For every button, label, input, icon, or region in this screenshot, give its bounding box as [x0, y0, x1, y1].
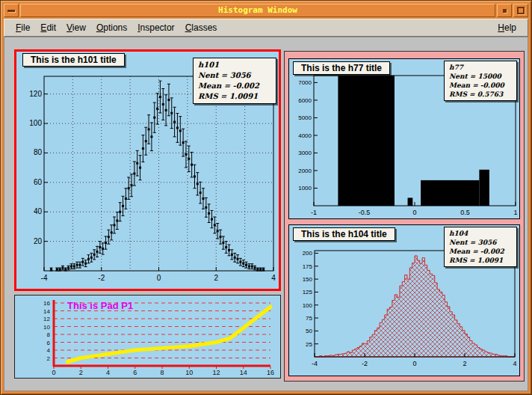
svg-text:7000: 7000 — [298, 79, 312, 86]
h104-stats-entries: Nent = 3056 — [449, 238, 512, 247]
menu-edit[interactable]: Edit — [35, 20, 61, 35]
svg-text:-4: -4 — [312, 360, 318, 367]
h104-stats-name: h104 — [449, 229, 512, 238]
svg-text:100: 100 — [29, 119, 42, 127]
h77-stats-rms: RMS = 0.5763 — [449, 90, 512, 99]
root-canvas[interactable]: -4-202420406080100120 This is the h101 t… — [4, 37, 528, 391]
svg-text:2000: 2000 — [298, 168, 312, 174]
menu-classes[interactable]: Classes — [180, 20, 223, 35]
svg-text:2: 2 — [463, 360, 466, 367]
h101-stats-box[interactable]: h101 Nent = 3056 Mean = -0.002 RMS = 1.0… — [193, 58, 276, 104]
svg-text:-2: -2 — [98, 274, 105, 282]
svg-text:150: 150 — [303, 276, 313, 283]
svg-text:200: 200 — [303, 250, 313, 257]
svg-text:4: 4 — [513, 360, 516, 367]
svg-text:0: 0 — [412, 360, 416, 367]
h77-title-box[interactable]: This is the h77 title — [293, 61, 390, 75]
pad-h77[interactable]: -1-0.500.511000200030004000500060007000 … — [288, 58, 520, 219]
svg-text:6: 6 — [47, 340, 51, 346]
pad-p1[interactable]: 0246810121416246810121416 This is Pad P1 — [14, 295, 281, 379]
svg-text:16: 16 — [267, 369, 274, 376]
window-menu-dash-icon — [7, 10, 15, 12]
svg-text:10: 10 — [43, 324, 50, 331]
window-title: Histogram Window — [20, 4, 495, 17]
svg-text:-4: -4 — [41, 274, 48, 282]
svg-text:4: 4 — [47, 347, 51, 354]
svg-text:3000: 3000 — [298, 150, 312, 156]
maximize-button[interactable] — [513, 4, 528, 17]
svg-text:0: 0 — [52, 369, 55, 376]
svg-text:-2: -2 — [362, 360, 368, 367]
svg-text:60: 60 — [34, 178, 43, 186]
svg-text:14: 14 — [43, 308, 50, 315]
svg-text:175: 175 — [303, 263, 313, 270]
svg-text:12: 12 — [43, 316, 50, 322]
svg-text:4: 4 — [106, 369, 110, 376]
svg-text:50: 50 — [306, 328, 312, 334]
h104-stats-box[interactable]: h104 Nent = 3056 Mean = -0.002 RMS = 1.0… — [444, 227, 517, 267]
svg-text:2: 2 — [79, 369, 83, 376]
h101-stats-rms: RMS = 1.0091 — [198, 91, 271, 102]
window-client-area: File Edit View Options Inspector Classes… — [4, 19, 528, 391]
svg-text:40: 40 — [34, 207, 43, 215]
h101-stats-name: h101 — [198, 60, 271, 70]
svg-text:6000: 6000 — [298, 97, 312, 104]
svg-text:100: 100 — [303, 302, 313, 309]
svg-text:4000: 4000 — [298, 132, 312, 139]
h101-stats-entries: Nent = 3056 — [198, 70, 271, 81]
svg-text:0: 0 — [157, 274, 161, 282]
h104-stats-mean: Mean = -0.002 — [449, 247, 512, 256]
h104-stats-rms: RMS = 1.0091 — [449, 256, 512, 265]
svg-text:25: 25 — [306, 341, 312, 348]
h77-stats-name: h77 — [449, 63, 512, 72]
h101-stats-mean: Mean = -0.002 — [198, 81, 271, 91]
svg-text:14: 14 — [240, 369, 247, 376]
svg-text:20: 20 — [34, 237, 43, 245]
minimize-icon — [503, 9, 507, 13]
svg-text:12: 12 — [212, 369, 220, 376]
svg-text:75: 75 — [306, 315, 312, 322]
p1-plot: 0246810121416246810121416 — [15, 296, 280, 378]
svg-text:1000: 1000 — [298, 185, 312, 192]
histogram-window: Histogram Window File Edit View Options … — [0, 0, 532, 395]
menu-view[interactable]: View — [61, 20, 91, 35]
svg-text:4: 4 — [271, 274, 276, 282]
svg-text:10: 10 — [185, 369, 193, 376]
svg-text:0: 0 — [412, 209, 416, 216]
window-menu-button[interactable] — [4, 4, 19, 17]
svg-text:6: 6 — [133, 369, 137, 376]
window-titlebar[interactable]: Histogram Window — [4, 4, 528, 17]
menubar: File Edit View Options Inspector Classes… — [4, 19, 528, 37]
svg-text:5000: 5000 — [298, 114, 312, 121]
svg-text:-0.5: -0.5 — [359, 209, 371, 216]
svg-text:2: 2 — [214, 274, 218, 282]
menu-options[interactable]: Options — [91, 20, 132, 35]
pad-h104[interactable]: -4-2024255075100125150175200 This is the… — [288, 224, 520, 376]
pad-h101[interactable]: -4-202420406080100120 This is the h101 t… — [14, 49, 281, 291]
menu-file[interactable]: File — [10, 20, 35, 35]
p1-title-label[interactable]: This is Pad P1 — [67, 300, 133, 311]
h101-title-box[interactable]: This is the h101 title — [22, 53, 125, 67]
menu-help[interactable]: Help — [492, 20, 522, 35]
h77-stats-box[interactable]: h77 Nent = 15000 Mean = -0.000 RMS = 0.5… — [444, 61, 517, 101]
svg-text:8: 8 — [160, 369, 164, 376]
svg-text:8: 8 — [47, 331, 51, 338]
minimize-button[interactable] — [497, 4, 512, 17]
svg-text:80: 80 — [34, 148, 43, 156]
h104-title-box[interactable]: This is the h104 title — [293, 227, 395, 241]
svg-text:1: 1 — [513, 209, 517, 216]
pad-right-container[interactable]: -1-0.500.511000200030004000500060007000 … — [284, 51, 525, 382]
svg-text:-1: -1 — [311, 209, 317, 216]
svg-text:16: 16 — [43, 300, 50, 307]
h77-stats-mean: Mean = -0.000 — [449, 81, 512, 90]
svg-text:0.5: 0.5 — [460, 209, 470, 216]
h77-stats-entries: Nent = 15000 — [449, 72, 512, 81]
svg-text:2: 2 — [47, 355, 51, 362]
svg-text:120: 120 — [29, 90, 42, 98]
menu-inspector[interactable]: Inspector — [132, 20, 179, 35]
maximize-icon — [517, 7, 525, 14]
svg-text:125: 125 — [303, 289, 313, 296]
